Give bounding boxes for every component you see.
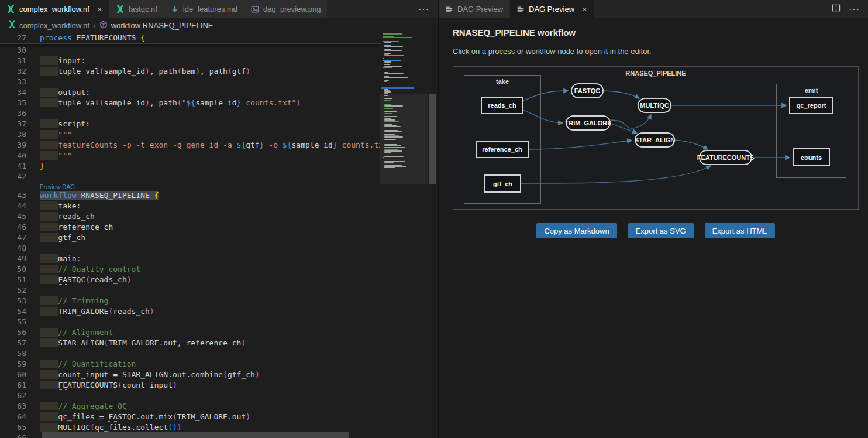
- code-line-63[interactable]: 63 // Aggregate QC: [0, 401, 380, 412]
- tab-label: DAG Preview: [457, 5, 503, 13]
- code-line-39[interactable]: 39 featureCounts -p -t exon -g gene_id -…: [0, 140, 380, 150]
- code-token: ): [246, 412, 250, 421]
- dag-node-multiqc[interactable]: MULTIQC: [638, 98, 671, 113]
- code-token: [40, 130, 58, 139]
- code-token: TRIM_GALORE.out: [177, 412, 246, 421]
- button-export-as-html[interactable]: Export as HTML: [705, 223, 775, 238]
- code-line-56[interactable]: 56 // Alignment: [0, 327, 380, 338]
- tab-dag-preview-png[interactable]: dag_preview.png: [244, 0, 328, 18]
- code-token: [40, 275, 58, 284]
- code-token: [40, 254, 58, 263]
- dag-node-qc_report[interactable]: qc_report: [789, 97, 833, 114]
- close-icon[interactable]: ×: [582, 5, 587, 13]
- horizontal-scrollbar[interactable]: [0, 432, 380, 438]
- dag-edge-gtf_ch-to-FEATURECOUNTS: [521, 166, 711, 183]
- button-export-as-svg[interactable]: Export as SVG: [628, 223, 694, 238]
- code-token: LTIQC: [67, 423, 90, 432]
- code-line-36[interactable]: 36: [0, 108, 380, 119]
- code-line-37[interactable]: 37 script:: [0, 119, 380, 129]
- line-number: 36: [0, 108, 26, 119]
- export-buttons-row: Copy as MarkdownExport as SVGExport as H…: [453, 223, 859, 238]
- code-token: RN: [81, 191, 90, 200]
- dag-node-reference_ch[interactable]: reference_ch: [476, 141, 529, 158]
- code-line-54[interactable]: 54 TRIM_GALORE(reads_ch): [0, 306, 380, 317]
- code-line-57[interactable]: 57 STAR_ALIGN(TRIM_GALORE.out, reference…: [0, 338, 380, 348]
- code-line-text: qc_files = FASTQC.out.mix(TRIM_GALORE.ou…: [40, 412, 250, 422]
- more-actions-icon[interactable]: ···: [849, 4, 860, 15]
- code-line-51[interactable]: 51 FASTQC(reads_ch): [0, 275, 380, 285]
- line-number: 61: [0, 380, 26, 391]
- code-line-31[interactable]: 31 input:: [0, 56, 380, 66]
- code-line-55[interactable]: 55: [0, 317, 380, 327]
- code-line-47[interactable]: 47 gtf_ch: [0, 232, 380, 243]
- code-line-49[interactable]: 49 main:: [0, 254, 380, 264]
- code-token: }: [40, 162, 44, 170]
- code-line-38[interactable]: 38 """: [0, 129, 380, 140]
- code-token: -o: [264, 141, 283, 149]
- code-line-59[interactable]: 59 // Quantification: [0, 359, 380, 369]
- close-icon[interactable]: ×: [97, 5, 102, 13]
- code-line-53[interactable]: 53 // Trimming: [0, 296, 380, 306]
- code-token: {: [140, 33, 145, 42]
- button-copy-as-markdown[interactable]: Copy as Markdown: [536, 223, 616, 238]
- code-line-32[interactable]: 32 tuple val(sample_id), path(bam), path…: [0, 66, 380, 77]
- dag-node-gtf_ch[interactable]: gtf_ch: [484, 174, 521, 193]
- vertical-scrollbar-thumb[interactable]: [429, 94, 436, 184]
- tab-label: DAG Preview: [529, 5, 574, 13]
- dag-node-trim_galore[interactable]: TRIM_GALORE: [566, 115, 611, 131]
- code-line-58[interactable]: 58: [0, 348, 380, 359]
- code-line-48[interactable]: 48: [0, 243, 380, 254]
- dag-node-star_align[interactable]: STAR_ALIGN: [635, 132, 675, 148]
- code-line-33[interactable]: 33: [0, 77, 380, 87]
- code-token: // Trimming: [58, 296, 108, 305]
- code-token: // Quantification: [58, 360, 136, 368]
- preview-icon: [445, 5, 453, 13]
- codelens-preview-dag[interactable]: Preview DAG: [40, 184, 75, 190]
- sticky-code-line-27[interactable]: 27process FEATURECOUNTS {: [0, 32, 380, 44]
- code-line-40[interactable]: 40 """: [0, 150, 380, 161]
- tab-complex-workflow-nf[interactable]: complex_workflow.nf×: [0, 0, 109, 18]
- code-line-50[interactable]: 50 // Quality control: [0, 264, 380, 275]
- split-editor-icon[interactable]: [832, 4, 841, 15]
- tab-dag-preview[interactable]: DAG Preview×: [510, 0, 594, 18]
- line-number: 51: [0, 275, 26, 285]
- code-line-64[interactable]: 64 qc_files = FASTQC.out.mix(TRIM_GALORE…: [0, 412, 380, 422]
- line-number: 38: [0, 129, 26, 140]
- dag-node-counts[interactable]: counts: [793, 148, 830, 166]
- code-line-42[interactable]: 42: [0, 172, 380, 182]
- vscode-window: complex_workflow.nf×fastqc.nfide_feature…: [0, 0, 868, 438]
- vertical-scrollbar[interactable]: [428, 32, 436, 438]
- code-area[interactable]: 27process FEATURECOUNTS {3031 input:32 t…: [0, 32, 380, 438]
- code-line-43[interactable]: 43workflow RNASEQ_PIPELINE {: [0, 190, 380, 201]
- code-line-46[interactable]: 46 reference_ch: [0, 222, 380, 232]
- code-line-35[interactable]: 35 tuple val(sample_id), path("${sample_…: [0, 98, 380, 108]
- dag-group-label: emit: [777, 87, 846, 94]
- tab-fastqc-nf[interactable]: fastqc.nf: [109, 0, 164, 18]
- code-line-65[interactable]: 65 MULTIQC(qc_files.collect()): [0, 422, 380, 433]
- panel-subtitle: Click on a process or workflow node to o…: [453, 47, 652, 56]
- code-line-52[interactable]: 52: [0, 285, 380, 296]
- code-line-62[interactable]: 62: [0, 391, 380, 401]
- breadcrumb-file[interactable]: complex_workflow.nf: [19, 21, 89, 30]
- code-editor[interactable]: 27process FEATURECOUNTS {3031 input:32 t…: [0, 32, 438, 438]
- horizontal-scrollbar-thumb[interactable]: [42, 432, 349, 438]
- dag-node-fastqc[interactable]: FASTQC: [571, 83, 604, 98]
- code-line-30[interactable]: 30: [0, 45, 380, 56]
- panel-title: RNASEQ_PIPELINE workflow: [453, 28, 576, 37]
- code-line-61[interactable]: 61 FEATURECOUNTS(count_input): [0, 380, 380, 391]
- minimap[interactable]: [380, 32, 428, 438]
- code-line-45[interactable]: 45 reads_ch: [0, 211, 380, 222]
- code-line-41[interactable]: 41}: [0, 161, 380, 172]
- dag-node-reads_ch[interactable]: reads_ch: [481, 97, 523, 114]
- tab-ide-features-md[interactable]: ide_features.md: [164, 0, 244, 18]
- code-line-44[interactable]: 44 take:: [0, 201, 380, 211]
- breadcrumb-symbol[interactable]: workflow RNASEQ_PIPELINE: [111, 21, 213, 30]
- code-line-text: // Alignment: [40, 327, 113, 338]
- code-line-60[interactable]: 60 count_input = STAR_ALIGN.out.combine(…: [0, 369, 380, 380]
- tab-dag-preview[interactable]: DAG Preview: [439, 0, 510, 18]
- code-token: input:: [58, 56, 85, 65]
- dag-node-featurecounts[interactable]: FEATURECOUNTS: [699, 150, 752, 165]
- more-actions-icon[interactable]: ···: [418, 4, 429, 15]
- code-line-text: reads_ch: [40, 211, 95, 222]
- code-line-34[interactable]: 34 output:: [0, 87, 380, 98]
